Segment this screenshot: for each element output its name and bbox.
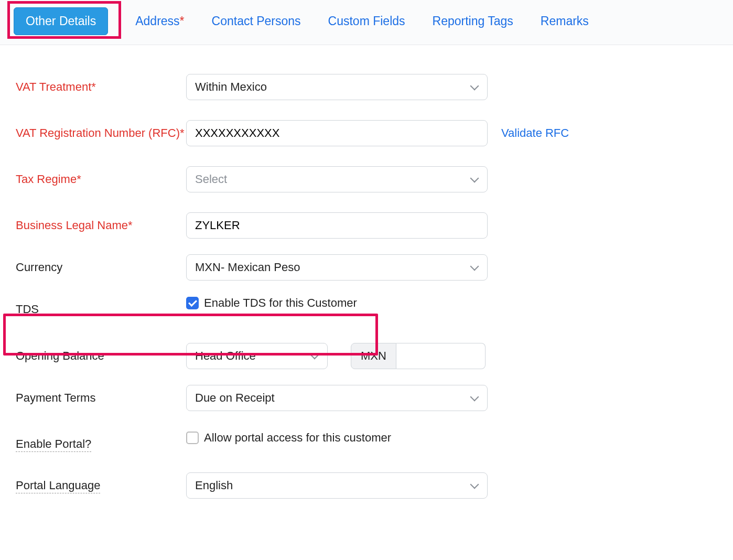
select-tax-regime-placeholder: Select bbox=[195, 173, 227, 186]
select-vat-treatment-value: Within Mexico bbox=[195, 80, 267, 94]
select-vat-treatment[interactable]: Within Mexico bbox=[186, 74, 488, 100]
label-vat-treatment: VAT Treatment* bbox=[16, 74, 186, 95]
tab-remarks[interactable]: Remarks bbox=[541, 14, 589, 28]
tab-contact-persons[interactable]: Contact Persons bbox=[212, 14, 301, 28]
input-opening-balance-amount[interactable] bbox=[396, 343, 486, 369]
select-portal-language-value: English bbox=[195, 479, 233, 492]
checkbox-enable-portal[interactable] bbox=[186, 432, 199, 444]
select-payment-terms[interactable]: Due on Receipt bbox=[186, 385, 488, 411]
required-asterisk: * bbox=[180, 14, 185, 28]
label-portal-language: Portal Language bbox=[16, 472, 186, 494]
label-tax-regime: Tax Regime* bbox=[16, 166, 186, 188]
tab-other-details[interactable]: Other Details bbox=[14, 7, 108, 35]
checkbox-enable-portal-label: Allow portal access for this customer bbox=[204, 431, 391, 445]
checkbox-enable-tds[interactable] bbox=[186, 297, 199, 309]
label-tds: TDS bbox=[16, 296, 186, 318]
tab-bar: Other Details Address* Contact Persons C… bbox=[0, 0, 733, 45]
select-payment-terms-value: Due on Receipt bbox=[195, 391, 275, 405]
label-business-legal-name: Business Legal Name* bbox=[16, 212, 186, 234]
tab-address-label: Address bbox=[135, 14, 179, 28]
checkbox-enable-tds-wrap[interactable]: Enable TDS for this Customer bbox=[186, 296, 357, 310]
chevron-down-icon bbox=[470, 481, 479, 490]
checkbox-enable-tds-label: Enable TDS for this Customer bbox=[204, 296, 357, 310]
tab-reporting-tags[interactable]: Reporting Tags bbox=[433, 14, 513, 28]
select-opening-balance-branch-value: Head Office bbox=[195, 349, 256, 363]
checkbox-enable-portal-wrap[interactable]: Allow portal access for this customer bbox=[186, 431, 391, 445]
select-currency-value: MXN- Mexican Peso bbox=[195, 261, 300, 274]
select-tax-regime[interactable]: Select bbox=[186, 166, 488, 192]
tab-address[interactable]: Address* bbox=[135, 14, 184, 28]
label-enable-portal: Enable Portal? bbox=[16, 431, 186, 453]
input-vat-rfc[interactable] bbox=[186, 120, 488, 146]
link-validate-rfc[interactable]: Validate RFC bbox=[501, 126, 569, 140]
currency-prefix: MXN bbox=[351, 343, 396, 369]
label-opening-balance: Opening Balance bbox=[16, 343, 186, 364]
chevron-down-icon bbox=[310, 352, 319, 360]
select-currency[interactable]: MXN- Mexican Peso bbox=[186, 254, 488, 281]
label-payment-terms: Payment Terms bbox=[16, 385, 186, 406]
select-opening-balance-branch[interactable]: Head Office bbox=[186, 343, 328, 369]
chevron-down-icon bbox=[470, 83, 479, 91]
chevron-down-icon bbox=[470, 175, 479, 184]
label-vat-rfc: VAT Registration Number (RFC)* bbox=[16, 120, 186, 142]
input-business-legal-name[interactable] bbox=[186, 212, 488, 239]
chevron-down-icon bbox=[470, 263, 479, 272]
label-currency: Currency bbox=[16, 254, 186, 276]
select-portal-language[interactable]: English bbox=[186, 472, 488, 499]
chevron-down-icon bbox=[470, 394, 479, 402]
tab-custom-fields[interactable]: Custom Fields bbox=[328, 14, 405, 28]
form-other-details: VAT Treatment* Within Mexico VAT Registr… bbox=[0, 45, 733, 514]
